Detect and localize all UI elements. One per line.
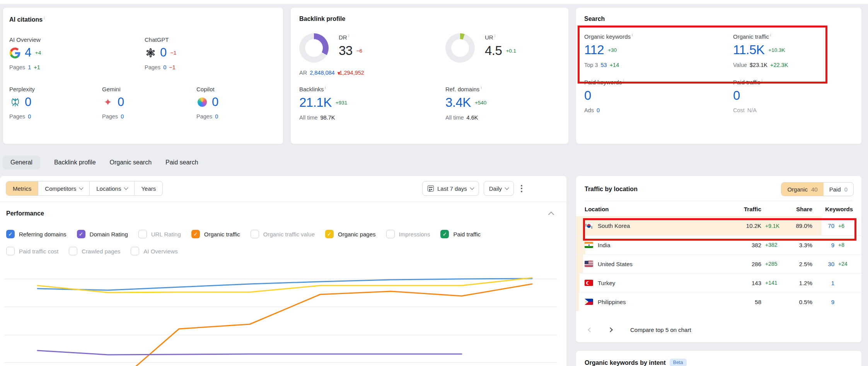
location-keywords[interactable]: 9 xyxy=(812,299,834,305)
chatgpt-icon xyxy=(145,47,156,59)
checkbox-icon xyxy=(386,230,395,238)
ai-item-label: Gemini xyxy=(102,86,196,92)
location-name: Philippines xyxy=(585,299,715,305)
checkbox-icon xyxy=(251,230,259,238)
top3-line: Top 3 53 +14 xyxy=(584,62,733,68)
ai-item-gemini: Gemini ✦ 0 Pages0 xyxy=(102,86,196,120)
organic-traffic-value[interactable]: 11.5K xyxy=(733,43,764,57)
ai-item-pages: Pages0 −1 xyxy=(145,64,275,70)
info-icon[interactable]: i xyxy=(623,78,624,83)
location-row-turkey[interactable]: Turkey 143 +141 1.2% 1 xyxy=(576,273,861,292)
ai-item-value: 0 xyxy=(25,96,31,109)
info-icon[interactable]: i xyxy=(325,85,326,90)
ar-value[interactable]: 2,848,084 xyxy=(310,70,335,76)
info-icon[interactable]: i xyxy=(770,32,771,37)
location-share: 1.2% xyxy=(786,280,812,286)
location-traffic-delta: +9.1K xyxy=(761,223,786,229)
organic-keywords-block: Organic keywordsi 112 +30 Top 3 53 +14 xyxy=(584,32,733,68)
ai-item-value: 0 xyxy=(212,96,218,109)
backlinks-block: Backlinksi 21.1K +931 All time 98.7K xyxy=(299,85,445,121)
metric-checkbox-row-1: ✓Referring domains✓Domain RatingURL Rati… xyxy=(6,230,481,238)
traffic-value-line: Value $23.1K +22.3K xyxy=(733,62,853,68)
location-share: 0.5% xyxy=(786,299,812,305)
metric-checkbox-organic-pages[interactable]: ✓Organic pages xyxy=(325,230,376,238)
paid-traffic-label: Paid traffici xyxy=(733,78,853,86)
organic-traffic-block: Organic traffici 11.5K +10.3K Value $23.… xyxy=(733,32,853,68)
toggle-paid[interactable]: Paid 0 xyxy=(824,183,853,196)
backlinks-label: Backlinksi xyxy=(299,85,445,92)
ai-item-value: 0 xyxy=(118,96,124,109)
location-name: India xyxy=(585,242,715,248)
location-row-south-korea[interactable]: South Korea 10.2K +9.1K 89.0% 70 +6 xyxy=(576,216,861,235)
backlinks-value[interactable]: 21.1K xyxy=(299,96,332,109)
location-row-philippines[interactable]: Philippines 58 0.5% 9 xyxy=(576,292,861,311)
paid-traffic-value[interactable]: 0 xyxy=(733,89,740,103)
organic-paid-toggle: Organic 40 Paid 0 xyxy=(781,182,854,196)
collapse-section-button[interactable] xyxy=(548,212,554,218)
toggle-organic[interactable]: Organic 40 xyxy=(781,183,823,196)
more-options-button[interactable] xyxy=(518,183,525,195)
filter-segment-metrics[interactable]: Metrics xyxy=(6,181,38,195)
metric-checkbox-referring-domains[interactable]: ✓Referring domains xyxy=(6,230,67,238)
filter-segment-competitors[interactable]: Competitors xyxy=(38,181,89,195)
location-keywords[interactable]: 1 xyxy=(812,280,834,286)
location-keywords[interactable]: 70 xyxy=(812,222,834,229)
location-share: 3.3% xyxy=(786,242,812,248)
metric-checkbox-paid-traffic[interactable]: ✓Paid traffic xyxy=(440,230,481,238)
metric-checkbox-crawled-pages[interactable]: Crawled pages xyxy=(69,247,120,255)
location-traffic: 143 xyxy=(715,280,761,286)
ads-line: Ads 0 xyxy=(584,107,733,113)
metric-checkbox-ai-overviews[interactable]: AI Overviews xyxy=(131,247,177,255)
info-icon[interactable]: i xyxy=(481,85,481,90)
location-keywords[interactable]: 30 xyxy=(812,261,834,267)
info-icon[interactable]: i xyxy=(348,33,349,38)
location-traffic-delta: +382 xyxy=(761,242,786,248)
location-share: 2.5% xyxy=(786,261,812,267)
ai-item-ai-overview: AI Overview 4 +4 Pages1 +1 xyxy=(9,36,145,70)
performance-line-chart[interactable] xyxy=(3,255,564,366)
dr-label: DRi xyxy=(339,33,362,41)
share-bar xyxy=(576,292,579,311)
compare-top5-link[interactable]: Compare top 5 on chart xyxy=(630,327,691,333)
ur-value: 4.5 xyxy=(485,44,502,58)
organic-keywords-value[interactable]: 112 xyxy=(584,43,604,57)
tab-general[interactable]: General xyxy=(3,156,40,169)
granularity-button[interactable]: Daily xyxy=(484,181,514,196)
ref-domains-value[interactable]: 3.4K xyxy=(445,96,471,109)
info-icon[interactable]: i xyxy=(632,32,633,37)
filter-segment-locations[interactable]: Locations xyxy=(89,181,134,195)
checkbox-icon xyxy=(69,247,77,255)
tab-organic-search[interactable]: Organic search xyxy=(110,156,152,169)
metric-checkbox-impressions[interactable]: Impressions xyxy=(386,230,430,238)
metric-checkbox-url-rating[interactable]: URL Rating xyxy=(138,230,181,238)
location-name: United States xyxy=(585,261,715,267)
location-row-united-states[interactable]: United States 286 +285 2.5% 30 +24 xyxy=(576,254,861,273)
tab-paid-search[interactable]: Paid search xyxy=(165,156,198,169)
metric-checkbox-paid-traffic-cost[interactable]: Paid traffic cost xyxy=(6,247,58,255)
gemini-icon: ✦ xyxy=(102,96,114,108)
location-row-india[interactable]: India 382 +382 3.3% 9 +8 xyxy=(576,235,861,254)
date-range-button[interactable]: Last 7 days xyxy=(422,181,479,196)
filter-segment-years[interactable]: Years xyxy=(134,181,162,195)
prev-page-button[interactable] xyxy=(585,324,595,335)
organic-traffic-label: Organic traffici xyxy=(733,32,853,40)
info-icon[interactable]: i xyxy=(495,33,495,38)
next-page-button[interactable] xyxy=(605,324,616,335)
tab-backlink-profile[interactable]: Backlink profile xyxy=(54,156,96,169)
location-traffic: 10.2K xyxy=(715,222,761,229)
metric-checkbox-organic-traffic-value[interactable]: Organic traffic value xyxy=(251,230,315,238)
location-keywords[interactable]: 9 xyxy=(812,242,834,248)
ai-item-chatgpt: ChatGPT 0 −1 Pages0 −1 xyxy=(145,36,275,70)
seo-dashboard: AI citationsi AI Overview 4 +4 Pages1 +1… xyxy=(0,0,868,366)
checkbox-icon: ✓ xyxy=(77,230,85,238)
info-icon[interactable]: i xyxy=(44,15,44,20)
metric-checkbox-row-2: Paid traffic costCrawled pagesAI Overvie… xyxy=(6,247,178,255)
location-traffic: 286 xyxy=(715,261,761,267)
metric-checkbox-organic-traffic[interactable]: ✓Organic traffic xyxy=(191,230,240,238)
chevron-down-icon xyxy=(124,185,128,190)
ahrefs-rank-line: AR 2,848,084 ▼1,294,952 xyxy=(299,70,445,76)
organic-keywords-label: Organic keywordsi xyxy=(584,32,733,40)
paid-keywords-value[interactable]: 0 xyxy=(584,89,591,103)
info-icon[interactable]: i xyxy=(762,78,762,83)
metric-checkbox-domain-rating[interactable]: ✓Domain Rating xyxy=(77,230,128,238)
